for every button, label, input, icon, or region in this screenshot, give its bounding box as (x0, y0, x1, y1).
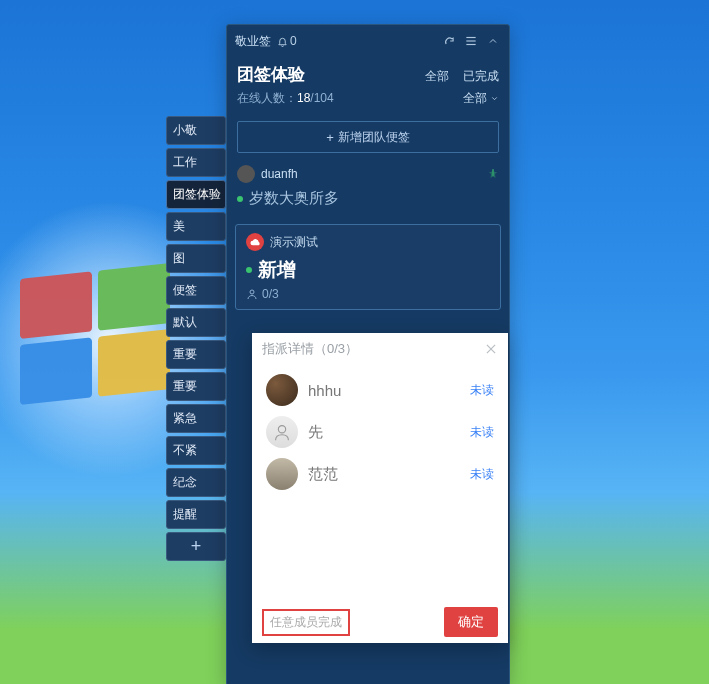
svg-rect-1 (98, 263, 170, 331)
owner-name: duanfh (261, 167, 298, 181)
status-dot (237, 196, 243, 202)
side-tab-label: 不紧 (173, 442, 197, 459)
member-row[interactable]: 先 未读 (256, 411, 504, 453)
close-icon[interactable] (484, 342, 498, 356)
person-icon (246, 288, 258, 300)
side-tab-label: 便签 (173, 282, 197, 299)
svg-rect-7 (493, 169, 494, 176)
member-name: hhhu (308, 382, 341, 399)
titlebar: 敬业签 0 (227, 25, 509, 57)
confirm-button[interactable]: 确定 (444, 607, 498, 637)
side-tab-label: 团签体验 (173, 186, 221, 203)
desktop-background: 小敬 工作 团签体验 美 图 便签 默认 重要 重要 紧急 不紧 纪念 提醒 +… (0, 0, 709, 684)
svg-rect-2 (20, 337, 92, 405)
side-tab[interactable]: 便签 (166, 276, 226, 305)
side-tab-label: 重要 (173, 378, 197, 395)
side-tab[interactable]: 提醒 (166, 500, 226, 529)
completion-mode-label[interactable]: 任意成员完成 (262, 609, 350, 636)
side-tab[interactable]: 小敬 (166, 116, 226, 145)
assign-count: 0/3 (262, 287, 279, 301)
svg-point-8 (250, 290, 254, 294)
member-avatar (266, 458, 298, 490)
side-tab[interactable]: 默认 (166, 308, 226, 337)
side-tab-list: 小敬 工作 团签体验 美 图 便签 默认 重要 重要 紧急 不紧 纪念 提醒 + (166, 116, 226, 564)
side-tab[interactable]: 不紧 (166, 436, 226, 465)
side-tab[interactable]: 重要 (166, 372, 226, 401)
header: 团签体验 全部 已完成 在线人数：18/104 全部 (227, 57, 509, 113)
note-item[interactable]: 岁数大奥所多 (235, 187, 501, 218)
page-title: 团签体验 (237, 63, 305, 86)
status-dot (246, 267, 252, 273)
side-tab[interactable]: 重要 (166, 340, 226, 369)
note-text: 岁数大奥所多 (249, 189, 339, 208)
side-tab[interactable]: 美 (166, 212, 226, 241)
card-title-text: 新增 (258, 257, 296, 283)
collapse-icon[interactable] (485, 33, 501, 49)
side-tab-label: 紧急 (173, 410, 197, 427)
member-list: hhhu 未读 先 未读 范范 未读 (252, 365, 508, 601)
chevron-down-icon (490, 94, 499, 103)
assign-detail-dialog: 指派详情（0/3） hhhu 未读 先 未读 范范 未读 (252, 333, 508, 643)
svg-point-11 (278, 426, 285, 433)
tab-done[interactable]: 已完成 (463, 68, 499, 85)
side-tab-label: 图 (173, 250, 185, 267)
pin-icon[interactable] (487, 168, 499, 180)
side-tab-add[interactable]: + (166, 532, 226, 561)
add-note-label: 新增团队便签 (338, 129, 410, 146)
card-assign-row[interactable]: 0/3 (246, 287, 490, 301)
member-status: 未读 (470, 382, 494, 399)
notif-count: 0 (290, 34, 297, 48)
sync-icon[interactable] (441, 33, 457, 49)
member-row[interactable]: hhhu 未读 (256, 369, 504, 411)
member-status: 未读 (470, 424, 494, 441)
side-tab[interactable]: 紧急 (166, 404, 226, 433)
member-name: 先 (308, 423, 323, 442)
filter-label: 全部 (463, 90, 487, 107)
side-tab-label: 纪念 (173, 474, 197, 491)
card-owner-name: 演示测试 (270, 234, 318, 251)
menu-icon[interactable] (463, 33, 479, 49)
member-row[interactable]: 范范 未读 (256, 453, 504, 495)
online-count: 在线人数：18/104 (237, 90, 334, 107)
notification-bell[interactable]: 0 (277, 34, 297, 48)
member-name: 范范 (308, 465, 338, 484)
owner-avatar (237, 165, 255, 183)
dialog-header: 指派详情（0/3） (252, 333, 508, 365)
side-tab-label: 重要 (173, 346, 197, 363)
note-card-selected[interactable]: 演示测试 新增 0/3 (235, 224, 501, 310)
app-name: 敬业签 (235, 33, 271, 50)
member-status: 未读 (470, 466, 494, 483)
cloud-icon (246, 233, 264, 251)
side-tab-label: 工作 (173, 154, 197, 171)
tab-all[interactable]: 全部 (425, 68, 449, 85)
side-tab-active[interactable]: 团签体验 (166, 180, 226, 209)
svg-rect-3 (98, 329, 170, 397)
side-tab[interactable]: 工作 (166, 148, 226, 177)
side-tab-label: 提醒 (173, 506, 197, 523)
filter-dropdown[interactable]: 全部 (463, 90, 499, 107)
member-avatar (266, 374, 298, 406)
card-owner-row: 演示测试 (246, 233, 490, 251)
note-list: duanfh 岁数大奥所多 (227, 161, 509, 218)
side-tab[interactable]: 纪念 (166, 468, 226, 497)
side-tab-label: 美 (173, 218, 185, 235)
note-owner-row: duanfh (235, 161, 501, 187)
svg-rect-0 (20, 271, 92, 339)
add-team-note-button[interactable]: 新增团队便签 (237, 121, 499, 153)
member-avatar (266, 416, 298, 448)
side-tab-label: 小敬 (173, 122, 197, 139)
dialog-footer: 任意成员完成 确定 (252, 601, 508, 643)
side-tab[interactable]: 图 (166, 244, 226, 273)
dialog-title: 指派详情（0/3） (262, 340, 358, 358)
side-tab-label: 默认 (173, 314, 197, 331)
